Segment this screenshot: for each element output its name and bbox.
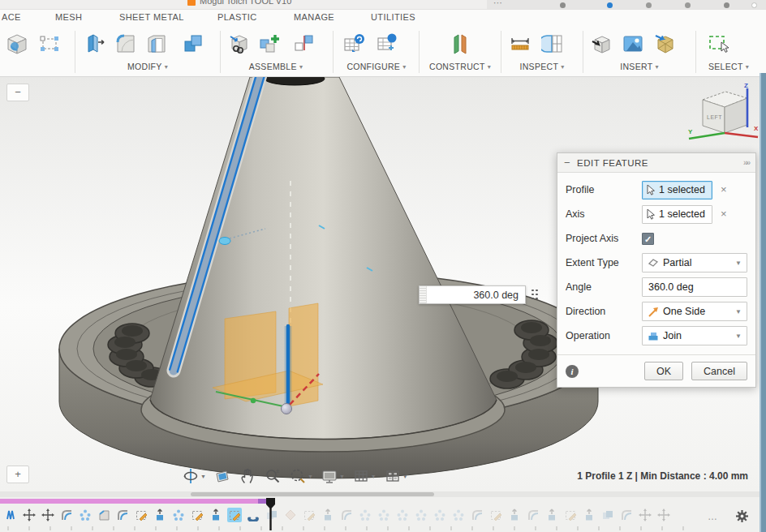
combine-icon[interactable] <box>179 30 207 58</box>
orbit-button[interactable]: ▼ <box>180 466 208 486</box>
timeline-feature-sketch[interactable] <box>134 508 148 522</box>
tab-mesh[interactable]: MESH <box>55 12 82 22</box>
construction-plane[interactable] <box>213 303 323 406</box>
box-select-mode-icon[interactable] <box>36 30 63 58</box>
tab-sheet-metal[interactable]: SHEET METAL <box>119 12 184 22</box>
timeline-feature-revolve[interactable] <box>246 508 260 522</box>
dropdown-caret-icon[interactable]: ▼ <box>402 474 408 479</box>
angle-input[interactable]: 360.0 deg <box>642 277 747 297</box>
angle-dimension-value[interactable]: 360.0 deg <box>427 290 525 301</box>
modify-menu[interactable]: MODIFY ▾ <box>75 62 220 71</box>
dropdown-caret-icon[interactable]: ▼ <box>308 474 313 479</box>
form-tool-icon[interactable] <box>3 30 31 58</box>
angle-dimension-input[interactable]: 360.0 deg <box>419 285 526 304</box>
timeline-feature-sketch[interactable] <box>563 508 578 522</box>
timeline-scrollbar-thumb[interactable] <box>191 492 434 496</box>
timeline-feature-pattern[interactable] <box>171 508 186 522</box>
construct-menu[interactable]: CONSTRUCT ▾ <box>420 62 501 71</box>
tab-manage[interactable]: MANAGE <box>294 12 334 22</box>
timeline-feature-pattern[interactable] <box>451 508 466 522</box>
insert-mesh-icon[interactable] <box>587 30 615 58</box>
origin-point[interactable] <box>282 404 292 414</box>
zoom-button[interactable]: ± <box>262 466 283 486</box>
timeline-feature-sketch[interactable] <box>488 508 503 522</box>
timeline-feature-move[interactable] <box>656 508 671 522</box>
toolbar-extension-icon[interactable] <box>646 2 652 8</box>
timeline-feature-fillet[interactable] <box>339 508 354 522</box>
direction-dropdown[interactable]: One Side ▼ <box>642 302 747 321</box>
ok-button[interactable]: OK <box>644 362 683 380</box>
timeline-feature-move[interactable] <box>41 508 55 522</box>
insert-cad-icon[interactable] <box>652 30 679 58</box>
derive-icon[interactable] <box>226 30 253 58</box>
timeline-feature-fillet[interactable] <box>526 508 540 522</box>
timeline-feature-pattern[interactable] <box>432 508 447 522</box>
timeline-feature-chamfer[interactable] <box>97 508 111 522</box>
canvas-icon[interactable] <box>619 30 647 58</box>
look-at-button[interactable] <box>212 466 233 486</box>
tab-surface[interactable]: ACE <box>2 12 21 22</box>
pan-button[interactable] <box>237 466 258 486</box>
timeline-feature-extrude[interactable] <box>153 508 167 522</box>
timeline-feature-pattern[interactable] <box>358 508 372 522</box>
shell-icon[interactable] <box>143 30 170 58</box>
clear-selection-icon[interactable]: × <box>721 209 727 219</box>
configure-table-icon[interactable] <box>341 30 368 58</box>
slot-manipulator-handle[interactable] <box>219 238 230 245</box>
project-axis-checkbox[interactable]: ✓ <box>642 233 654 245</box>
toolbar-extension-icon[interactable] <box>724 2 729 8</box>
drag-grip-icon[interactable] <box>420 286 427 303</box>
browser-expand-button[interactable]: + <box>6 466 29 483</box>
timeline-feature-sketch[interactable] <box>227 508 242 522</box>
axis-selection-button[interactable]: 1 selected <box>642 205 712 224</box>
timeline-feature-extrude[interactable] <box>582 508 596 522</box>
select-menu[interactable]: SELECT ▾ <box>696 62 761 71</box>
browser-collapse-button[interactable]: − <box>6 84 29 101</box>
fillet-icon[interactable] <box>112 30 140 58</box>
profile-selection-button[interactable]: 1 selected <box>642 181 712 200</box>
new-component-icon[interactable] <box>256 30 283 58</box>
toolbar-extension-icon[interactable] <box>607 2 613 8</box>
timeline-feature-pattern[interactable] <box>414 508 428 522</box>
construct-plane-icon[interactable] <box>446 30 474 58</box>
assemble-menu[interactable]: ASSEMBLE ▾ <box>221 62 331 71</box>
press-pull-icon[interactable] <box>81 30 109 58</box>
configuration-icon[interactable] <box>373 30 401 58</box>
clear-selection-icon[interactable]: × <box>721 185 727 195</box>
display-settings-button[interactable]: ▼ <box>319 466 346 486</box>
timeline-feature-loft[interactable] <box>283 508 298 522</box>
timeline-scrollbar-track[interactable] <box>0 491 760 497</box>
info-icon[interactable]: i <box>566 365 579 378</box>
configure-menu[interactable]: CONFIGURE ▾ <box>334 62 419 71</box>
insert-menu[interactable]: INSERT ▾ <box>583 62 695 71</box>
timeline-playhead[interactable] <box>265 498 276 530</box>
dropdown-caret-icon[interactable]: ▼ <box>200 474 206 479</box>
timeline-feature-pattern[interactable] <box>395 508 410 522</box>
section-analysis-icon[interactable] <box>540 30 567 58</box>
overflow-menu-icon[interactable]: ⋯ <box>493 0 502 8</box>
timeline-feature-fillet[interactable] <box>115 508 130 522</box>
extent-type-dropdown[interactable]: Partial ▼ <box>642 253 747 272</box>
operation-dropdown[interactable]: Join ▼ <box>642 326 747 345</box>
toolbar-extension-icon[interactable] <box>560 2 566 8</box>
viewcube[interactable]: LEFT Z X Y <box>686 82 760 152</box>
expand-panel-icon[interactable]: »» <box>743 158 749 167</box>
tab-utilities[interactable]: UTILITIES <box>371 12 415 22</box>
timeline-feature-fillet[interactable] <box>59 508 74 522</box>
inspect-menu[interactable]: INSPECT ▾ <box>501 62 583 71</box>
y-axis-handle[interactable] <box>251 398 256 403</box>
collapse-icon[interactable]: − <box>564 159 575 167</box>
zoom-window-button[interactable]: ▼ <box>287 466 315 486</box>
cancel-button[interactable]: Cancel <box>691 362 747 380</box>
grid-button[interactable]: ▼ <box>351 466 378 486</box>
timeline-feature-move[interactable] <box>22 508 37 522</box>
timeline-feature-pattern[interactable] <box>78 508 93 522</box>
timeline-feature-fillet[interactable] <box>470 508 484 522</box>
timeline-feature-pattern[interactable] <box>377 508 391 522</box>
timeline-feature-extrude[interactable] <box>507 508 522 522</box>
timeline-feature-sketch[interactable] <box>190 508 204 522</box>
select-tool-icon[interactable] <box>704 30 732 58</box>
dropdown-caret-icon[interactable]: ▼ <box>371 474 377 479</box>
viewports-button[interactable]: ▼ <box>382 466 410 486</box>
timeline-feature-sketch[interactable] <box>302 508 316 522</box>
